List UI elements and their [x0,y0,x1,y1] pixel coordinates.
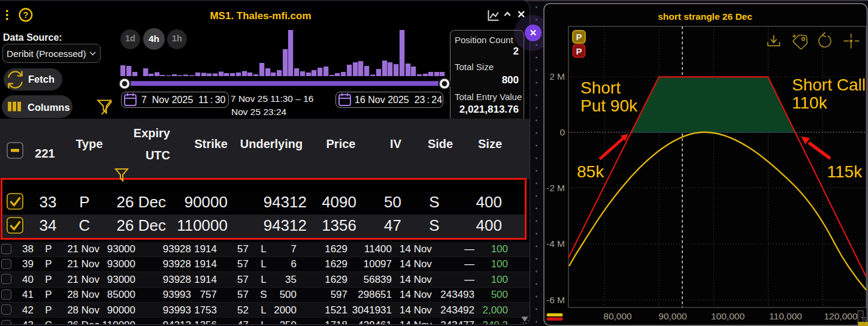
svg-text:-2 M: -2 M [546,183,565,193]
svg-text:Short: Short [580,79,621,97]
svg-text:90,000: 90,000 [658,311,687,321]
svg-text:100,000: 100,000 [711,311,745,321]
svg-text:85k: 85k [577,162,604,181]
svg-text:short strangle 26 Dec: short strangle 26 Dec [658,11,752,22]
svg-text:P: P [576,46,582,56]
svg-text:110,000: 110,000 [769,311,802,321]
svg-text:?: ? [23,10,28,20]
svg-text:110k: 110k [792,93,828,112]
svg-text:Put 90k: Put 90k [580,96,638,115]
svg-text:2 M: 2 M [549,71,565,82]
svg-text:0: 0 [559,127,565,137]
svg-text:P: P [576,32,582,42]
svg-text:80,000: 80,000 [603,311,632,321]
svg-text:-6 M: -6 M [546,295,565,305]
svg-text:115k: 115k [827,162,863,181]
svg-text:120,000: 120,000 [824,311,857,321]
svg-text:-4 M: -4 M [546,239,565,249]
svg-text:Short Call: Short Call [792,76,866,94]
